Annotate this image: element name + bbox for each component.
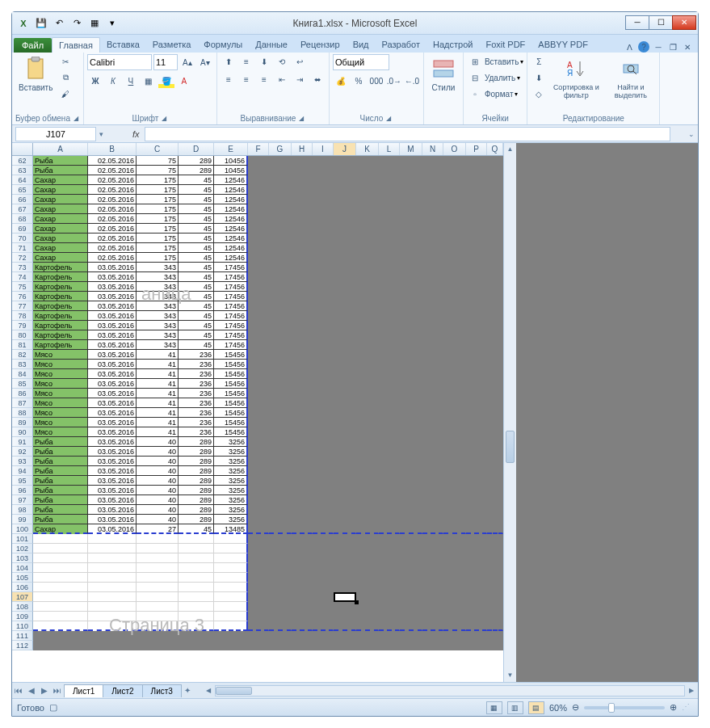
cell[interactable] [400, 185, 422, 195]
cell[interactable] [214, 621, 248, 631]
cell[interactable] [487, 369, 503, 379]
cell[interactable] [487, 185, 503, 195]
col-header-B[interactable]: B [88, 143, 137, 155]
cell[interactable] [334, 641, 356, 650]
row-header-84[interactable]: 84 [12, 369, 33, 379]
ribbon-tab-5[interactable]: Рецензир [294, 37, 347, 53]
cell[interactable] [422, 156, 443, 166]
cell[interactable] [422, 214, 443, 224]
format-cells-button[interactable]: ▫ [467, 86, 483, 101]
cell[interactable] [292, 573, 313, 583]
cell[interactable]: 12546 [214, 253, 248, 263]
cell[interactable]: 45 [179, 321, 214, 330]
launcher-icon[interactable]: ◢ [160, 115, 168, 123]
cell[interactable] [292, 379, 313, 389]
cell[interactable] [466, 369, 487, 379]
cell[interactable] [400, 495, 422, 505]
cell[interactable]: 41 [137, 379, 179, 389]
table-row[interactable]: 77Картофель03.05.20163434517456 [12, 301, 503, 311]
cell[interactable] [356, 272, 379, 282]
cell[interactable]: 236 [179, 360, 214, 369]
cell[interactable] [443, 612, 466, 621]
cell[interactable]: 75 [137, 166, 179, 175]
cell[interactable] [313, 641, 334, 650]
cell[interactable]: 03.05.2016 [88, 505, 137, 515]
row-header-97[interactable]: 97 [12, 495, 33, 505]
cell[interactable] [313, 602, 334, 612]
cell[interactable] [292, 398, 313, 408]
cell[interactable] [422, 234, 443, 243]
cell[interactable] [334, 272, 356, 282]
cell[interactable] [334, 398, 356, 408]
minimize-button[interactable]: ─ [625, 15, 649, 30]
cell[interactable]: 45 [179, 311, 214, 321]
cell[interactable] [269, 621, 292, 631]
cell[interactable] [356, 466, 379, 476]
cell[interactable]: 02.05.2016 [88, 253, 137, 263]
cell[interactable] [356, 360, 379, 369]
cell[interactable] [487, 486, 503, 495]
cell[interactable] [137, 534, 179, 544]
cell[interactable]: 343 [137, 292, 179, 301]
cell[interactable] [400, 311, 422, 321]
cell[interactable] [334, 534, 356, 544]
cell[interactable] [292, 360, 313, 369]
macro-record-icon[interactable]: ▢ [49, 702, 57, 713]
row-header-105[interactable]: 105 [12, 573, 33, 583]
row-header-94[interactable]: 94 [12, 466, 33, 476]
cell[interactable] [334, 330, 356, 340]
cell[interactable] [400, 544, 422, 553]
cell[interactable] [334, 263, 356, 272]
cell[interactable] [379, 408, 400, 418]
table-row[interactable]: 72Сахар02.05.20161754512546 [12, 253, 503, 263]
cell[interactable] [443, 476, 466, 486]
row-header-108[interactable]: 108 [12, 602, 33, 612]
row-header-98[interactable]: 98 [12, 505, 33, 515]
copy-button[interactable]: ⧉ [57, 70, 74, 85]
cell[interactable] [313, 214, 334, 224]
cell[interactable] [379, 224, 400, 234]
cell[interactable] [292, 631, 313, 641]
row-header-104[interactable]: 104 [12, 563, 33, 573]
cell[interactable] [466, 263, 487, 272]
cell[interactable] [313, 175, 334, 185]
cell[interactable] [379, 505, 400, 515]
cell[interactable] [334, 505, 356, 515]
cell[interactable]: 75 [137, 156, 179, 166]
cell[interactable] [356, 311, 379, 321]
cell[interactable]: 02.05.2016 [88, 214, 137, 224]
col-header-C[interactable]: C [137, 143, 179, 155]
cell[interactable]: 03.05.2016 [88, 379, 137, 389]
table-row[interactable]: 69Сахар02.05.20161754512546 [12, 224, 503, 234]
cell[interactable] [487, 505, 503, 515]
cell[interactable]: 343 [137, 282, 179, 292]
cell[interactable] [443, 573, 466, 583]
cell[interactable]: 45 [179, 340, 214, 350]
cell[interactable]: 03.05.2016 [88, 398, 137, 408]
cell[interactable] [379, 301, 400, 311]
cell[interactable]: 02.05.2016 [88, 185, 137, 195]
cell[interactable] [313, 311, 334, 321]
sheet-tab-0[interactable]: Лист1 [64, 684, 103, 697]
cell[interactable] [443, 583, 466, 592]
cell[interactable] [400, 360, 422, 369]
cell[interactable]: 41 [137, 408, 179, 418]
row-header-78[interactable]: 78 [12, 311, 33, 321]
cell[interactable] [487, 195, 503, 204]
cell[interactable] [422, 583, 443, 592]
cell[interactable] [269, 534, 292, 544]
cell[interactable] [443, 272, 466, 282]
cell[interactable] [269, 515, 292, 524]
cell[interactable] [422, 631, 443, 641]
cell[interactable] [379, 466, 400, 476]
cell[interactable] [466, 553, 487, 563]
cell[interactable] [443, 631, 466, 641]
dec-decimal-button[interactable]: ←.0 [404, 74, 420, 88]
cell[interactable] [466, 612, 487, 621]
cell[interactable] [487, 641, 503, 650]
first-sheet-button[interactable]: ⏮ [12, 686, 25, 695]
cell[interactable] [334, 301, 356, 311]
cell[interactable] [248, 476, 269, 486]
cell[interactable] [313, 408, 334, 418]
cell[interactable] [422, 447, 443, 457]
